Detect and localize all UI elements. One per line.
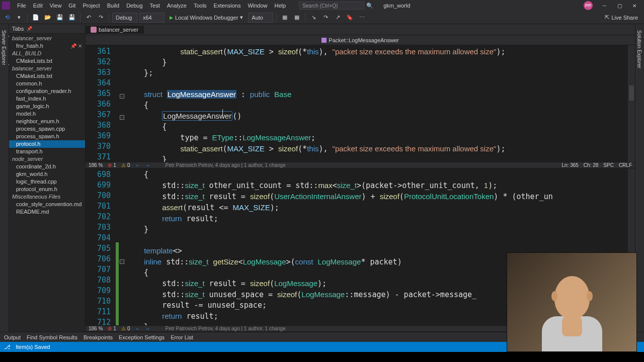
- tree-file[interactable]: game_logic.h: [9, 103, 85, 110]
- tree-file[interactable]: fnv_hash.h📌 ✕: [9, 42, 85, 50]
- tree-project[interactable]: Miscellaneous Files: [9, 193, 85, 201]
- breadcrumb[interactable]: Packet::LogMessageAnswer: [86, 35, 635, 45]
- bottom-tab[interactable]: Error List: [171, 334, 193, 340]
- avatar[interactable]: PP: [584, 1, 593, 10]
- menu-test[interactable]: Test: [147, 2, 163, 10]
- tree-file[interactable]: common.h: [9, 80, 85, 87]
- error-icon: ⊘: [108, 326, 112, 331]
- tree-file[interactable]: process_spawn.cpp: [9, 125, 85, 133]
- menu-window[interactable]: Window: [245, 2, 270, 10]
- menu-help[interactable]: Help: [272, 2, 289, 10]
- auto-dropdown[interactable]: Auto: [248, 13, 273, 23]
- vs-logo-icon: [2, 2, 10, 10]
- menu-edit[interactable]: Edit: [30, 2, 46, 10]
- platform-dropdown[interactable]: x64: [139, 13, 165, 23]
- save-icon[interactable]: 💾: [55, 13, 65, 23]
- menu-build[interactable]: Build: [104, 2, 122, 10]
- bottom-tab[interactable]: Exception Settings: [119, 334, 165, 340]
- start-debugger-button[interactable]: ▶ Local Windows Debugger ▾: [167, 14, 246, 21]
- editor-status-top: 186 % ⊘1 ⚠0 ← → Petr Patrovich Petrov, 4…: [86, 162, 635, 168]
- rail-tab[interactable]: Server Explorer: [0, 27, 8, 332]
- menu-tools[interactable]: Tools: [191, 2, 210, 10]
- line-gutter: 361 362 363 364 365 366 367 368 369 370 …: [86, 45, 116, 162]
- bottom-tab[interactable]: Find Symbol Results: [27, 334, 77, 340]
- method-icon: [321, 38, 327, 43]
- git-icon: ⎇: [4, 344, 11, 350]
- menu-analyze[interactable]: Analyze: [164, 2, 190, 10]
- step-over-icon[interactable]: ↷: [320, 13, 331, 23]
- scrollbar[interactable]: [628, 45, 635, 162]
- live-share-button[interactable]: ⇱ Live Share: [605, 14, 638, 21]
- fold-icon[interactable]: −: [120, 94, 124, 99]
- nav-back-button[interactable]: ⟲: [2, 13, 12, 23]
- nav-back-icon[interactable]: ←: [135, 326, 140, 331]
- tabs-header: Tabs 📌: [9, 24, 85, 34]
- code-editor-top[interactable]: static_assert(MAX_SIZE > sizeof(*this), …: [126, 45, 628, 162]
- tree-project[interactable]: node_server: [9, 155, 85, 163]
- tree-file[interactable]: code_style_convention.md: [9, 201, 85, 208]
- bottom-tab[interactable]: Breakpoints: [84, 334, 113, 340]
- maximize-button[interactable]: ▢: [612, 0, 627, 11]
- menu-file[interactable]: File: [14, 2, 29, 10]
- nav-back-icon[interactable]: ←: [135, 162, 140, 168]
- cpp-file-icon: [91, 27, 97, 33]
- tree-file[interactable]: neighbor_enum.h: [9, 118, 85, 125]
- open-icon[interactable]: 📂: [43, 13, 53, 23]
- step-into-icon[interactable]: ↘: [308, 13, 318, 23]
- tree-file[interactable]: CMakeLists.txt: [9, 72, 85, 80]
- tree-project[interactable]: ALL_BUILD: [9, 50, 85, 57]
- fold-icon[interactable]: −: [120, 259, 124, 264]
- undo-icon[interactable]: ↶: [84, 13, 94, 23]
- codelens-author: Petr Patrovich Petrov, 4 days ago | 1 au…: [165, 162, 285, 168]
- warning-icon: ⚠: [121, 162, 126, 168]
- tree-file[interactable]: README.md: [9, 208, 85, 216]
- tree-file[interactable]: process_spawn.h: [9, 133, 85, 140]
- config-dropdown[interactable]: Debug: [112, 13, 137, 23]
- nav-fwd-icon[interactable]: →: [145, 162, 150, 168]
- play-icon: ▶: [170, 15, 173, 20]
- solution-explorer: Tabs 📌 balancer_serverfnv_hash.h📌 ✕ALL_B…: [9, 24, 86, 332]
- tree-file[interactable]: protocol.h: [9, 140, 85, 148]
- fold-icon[interactable]: −: [120, 115, 124, 120]
- tree-file[interactable]: model.h: [9, 110, 85, 118]
- tb-icon-3[interactable]: ⋯: [357, 13, 367, 23]
- tree-project[interactable]: balancer_server: [9, 35, 85, 42]
- menu-git[interactable]: Git: [65, 2, 78, 10]
- tree-file[interactable]: CMakeLists.txt: [9, 57, 85, 65]
- tree-file[interactable]: configuration_reader.h: [9, 87, 85, 95]
- menu-project[interactable]: Project: [79, 2, 103, 10]
- nav-fwd-icon[interactable]: →: [145, 326, 150, 331]
- minimize-button[interactable]: ─: [597, 0, 612, 11]
- codelens-author: Petr Patrovich Petrov, 4 days ago | 1 au…: [165, 326, 285, 331]
- editor-tab[interactable]: balancer_server: [86, 26, 144, 34]
- tb-icon-1[interactable]: ▦: [280, 13, 290, 23]
- pin-icon[interactable]: 📌: [27, 26, 32, 31]
- tree-file[interactable]: coordinate_2d.h: [9, 163, 85, 170]
- window-title: gkm_world: [383, 3, 410, 9]
- search-input[interactable]: Search (Ctrl+Q): [299, 2, 364, 10]
- warning-icon: ⚠: [121, 326, 126, 331]
- bookmark-icon[interactable]: 🔖: [345, 13, 355, 23]
- new-item-icon[interactable]: 📄: [31, 13, 41, 23]
- error-icon: ⊘: [108, 162, 112, 168]
- search-icon[interactable]: 🔍: [366, 3, 373, 9]
- menu-debug[interactable]: Debug: [123, 2, 145, 10]
- tb-icon-2[interactable]: ▦: [292, 13, 302, 23]
- nav-fwd-button[interactable]: ▾: [14, 13, 24, 23]
- tree-file[interactable]: gkm_world.h: [9, 170, 85, 178]
- close-button[interactable]: ✕: [627, 0, 642, 11]
- tree-file[interactable]: fast_index.h: [9, 95, 85, 103]
- tree-file[interactable]: protocol_enum.h: [9, 186, 85, 193]
- close-icon[interactable]: 📌 ✕: [70, 43, 82, 49]
- bottom-tab[interactable]: Output: [4, 334, 21, 340]
- left-tool-rail: Server ExplorerSQL Server Obj...Toolbox: [0, 24, 9, 332]
- step-out-icon[interactable]: ↗: [333, 13, 343, 23]
- webcam-overlay: [507, 252, 637, 352]
- tree-project[interactable]: balancer_server: [9, 65, 85, 72]
- menu-extensions[interactable]: Extensions: [211, 2, 244, 10]
- redo-icon[interactable]: ↷: [96, 13, 106, 23]
- save-all-icon[interactable]: 💾: [67, 13, 77, 23]
- tree-file[interactable]: logic_thread.cpp: [9, 178, 85, 186]
- tree-file[interactable]: transport.h: [9, 148, 85, 155]
- menu-view[interactable]: View: [47, 2, 65, 10]
